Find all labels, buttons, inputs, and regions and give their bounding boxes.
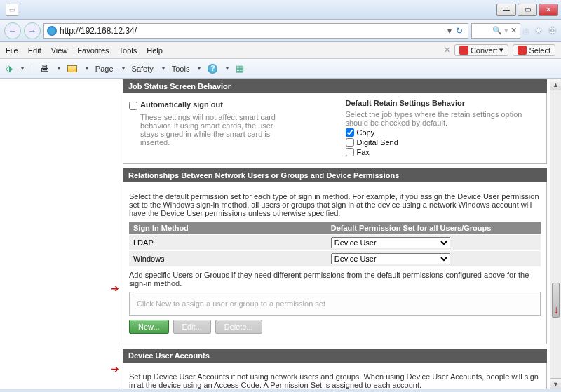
retain-digitalsend-checkbox[interactable] xyxy=(346,138,354,147)
perm-row-windows: Windows xyxy=(129,251,327,267)
tab-stub[interactable]: ▭ xyxy=(6,4,18,16)
scroll-up-arrow-icon[interactable]: ▲ xyxy=(550,79,561,90)
retain-help: Select the job types where the retain se… xyxy=(346,110,541,127)
cmd-tools[interactable]: Tools xyxy=(172,65,190,73)
annotation-arrow-down-icon: ↓ xyxy=(553,304,559,316)
perm-select-windows[interactable]: Device User xyxy=(331,253,450,264)
nav-back-button[interactable]: ← xyxy=(4,22,21,39)
address-bar: ← → http://192.168.12.34/ ▾ ↻ 🔍 ▾ ✕ ⌂ ★ … xyxy=(0,20,561,42)
ie-icon xyxy=(47,26,57,36)
retain-copy-label: Copy xyxy=(357,128,375,137)
table-row: LDAP Device User xyxy=(129,235,541,251)
auto-signout-help: These settings will not affect smart car… xyxy=(140,113,288,147)
home-icon[interactable]: ⌂ xyxy=(523,25,529,36)
retain-digitalsend-label: Digital Send xyxy=(357,138,398,147)
refresh-icon[interactable]: ↻ xyxy=(454,26,465,36)
nav-forward-button[interactable]: → xyxy=(24,22,41,39)
section-job-status-panel: Automatically sign out These settings wi… xyxy=(123,93,547,164)
menu-view[interactable]: View xyxy=(51,46,68,55)
window-minimize-button[interactable]: — xyxy=(496,4,516,16)
section-device-users-panel: Set up Device User Accounts if not using… xyxy=(123,363,547,389)
menu-file[interactable]: File xyxy=(6,46,18,55)
menu-tools[interactable]: Tools xyxy=(119,46,137,55)
stop-icon[interactable]: ✕ xyxy=(511,26,517,35)
auto-signout-label: Automatically sign out xyxy=(140,100,223,109)
search-box[interactable]: 🔍 ▾ ✕ xyxy=(471,23,520,39)
section-job-status-header: Job Status Screen Behavior xyxy=(123,79,547,93)
mail-icon[interactable] xyxy=(67,65,77,72)
menu-bar: File Edit View Favorites Tools Help ✕ Co… xyxy=(0,42,561,59)
left-gutter xyxy=(0,79,123,389)
command-bar: ⬗▾ | 🖶▾ ▾ Page▾ Safety▾ Tools▾ ?▾ ▦ xyxy=(0,59,561,79)
rel-delete-button[interactable]: Delete... xyxy=(215,320,262,334)
help-icon[interactable]: ? xyxy=(208,64,217,74)
addon-close-icon[interactable]: ✕ xyxy=(444,46,450,55)
rel-new-button[interactable]: New... xyxy=(129,320,169,334)
menu-edit[interactable]: Edit xyxy=(28,46,41,55)
auto-signout-checkbox[interactable] xyxy=(129,102,137,110)
menu-favorites[interactable]: Favorites xyxy=(77,46,109,55)
rel-edit-button[interactable]: Edit... xyxy=(173,320,211,334)
print-icon[interactable]: 🖶 xyxy=(40,63,49,74)
menu-help[interactable]: Help xyxy=(147,46,163,55)
perm-th-default: Default Permission Set for all Users/Gro… xyxy=(327,222,541,235)
main-content: Job Status Screen Behavior Automatically… xyxy=(123,79,550,389)
window-close-button[interactable]: ✕ xyxy=(539,4,558,16)
section-relationships-panel: Select the default permission set for ea… xyxy=(123,182,547,344)
url-text: http://192.168.12.34/ xyxy=(60,26,137,36)
favorites-star-icon[interactable]: ★ xyxy=(534,25,543,36)
section-device-users-header: Device User Accounts xyxy=(123,349,547,363)
add-users-text: Add specific Users or Groups if they nee… xyxy=(129,271,541,288)
perm-select-ldap[interactable]: Device User xyxy=(331,237,450,248)
vertical-scrollbar[interactable]: ▲ ▼ xyxy=(550,79,561,389)
perm-row-ldap: LDAP xyxy=(129,235,327,251)
window-titlebar: ▭ — ▭ ✕ xyxy=(0,0,561,20)
annotation-arrow-icon: ➔ xyxy=(111,283,119,294)
scroll-down-arrow-icon[interactable]: ▼ xyxy=(550,378,561,389)
extra-icon[interactable]: ▦ xyxy=(236,63,244,74)
settings-gear-icon[interactable]: ⚙ xyxy=(548,25,557,36)
users-placeholder: Click New to assign a user or group to a… xyxy=(129,292,541,316)
page-viewport: Job Status Screen Behavior Automatically… xyxy=(0,79,561,389)
permissions-table: Sign In Method Default Permission Set fo… xyxy=(129,222,541,266)
retain-fax-label: Fax xyxy=(357,148,370,156)
unknown-left-icon[interactable]: ⬗ xyxy=(6,63,13,74)
cmd-safety[interactable]: Safety xyxy=(132,65,154,73)
pdf-convert-button[interactable]: Convert▾ xyxy=(454,44,509,56)
pdf-select-button[interactable]: Select xyxy=(513,44,555,56)
table-row: Windows Device User xyxy=(129,251,541,267)
url-input[interactable]: http://192.168.12.34/ ▾ ↻ xyxy=(43,23,468,39)
perm-th-method: Sign In Method xyxy=(129,222,327,235)
device-users-instructions: Set up Device User Accounts if not using… xyxy=(129,372,541,389)
pdf-icon xyxy=(518,46,527,55)
url-dropdown-icon[interactable]: ▾ xyxy=(445,26,454,36)
retain-copy-checkbox[interactable] xyxy=(346,128,354,137)
annotation-arrow-icon: ➔ xyxy=(111,363,119,374)
retain-heading: Default Retain Settings Behavior xyxy=(346,99,541,107)
section-relationships-header: Relationships Between Network Users or G… xyxy=(123,168,547,182)
relationships-instructions: Select the default permission set for ea… xyxy=(129,192,541,217)
retain-fax-checkbox[interactable] xyxy=(346,148,354,156)
window-maximize-button[interactable]: ▭ xyxy=(518,4,537,16)
search-icon: 🔍 xyxy=(492,26,502,35)
cmd-page[interactable]: Page xyxy=(95,65,114,73)
pdf-icon xyxy=(459,46,468,55)
